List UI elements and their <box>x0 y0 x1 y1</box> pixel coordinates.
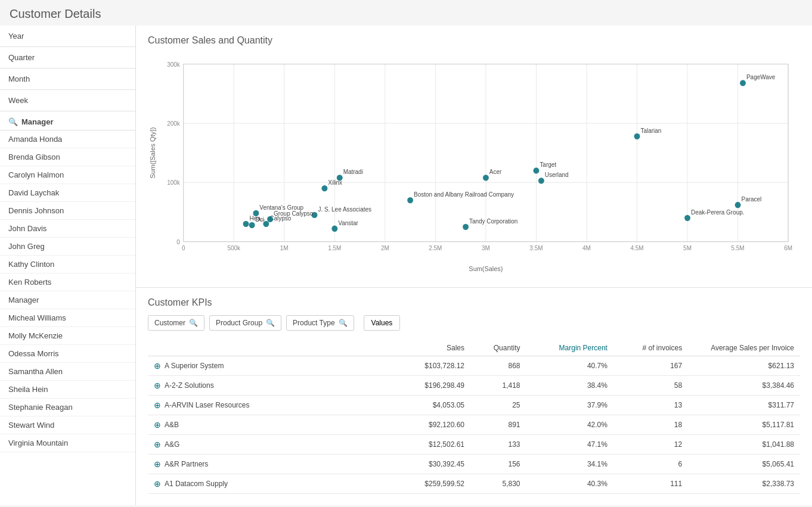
expand-icon[interactable]: ⊕ <box>154 361 161 371</box>
manager-item[interactable]: John Davis <box>0 220 135 238</box>
data-point <box>533 167 539 173</box>
table-row[interactable]: ⊕ A&B $92,120.60 891 42.0% 18 $5,117.81 <box>148 415 800 435</box>
row-sales: $12,502.61 <box>396 435 470 455</box>
filter-product-group[interactable]: Product Group 🔍 <box>209 315 281 331</box>
manager-item[interactable]: Samantha Allen <box>0 363 135 381</box>
manager-item[interactable]: Kathy Clinton <box>0 256 135 273</box>
manager-item[interactable]: Brenda Gibson <box>0 148 135 166</box>
row-sales: $259,599.52 <box>396 474 470 494</box>
svg-text:1M: 1M <box>280 245 289 251</box>
kpi-title: Customer KPIs <box>148 297 800 308</box>
table-row[interactable]: ⊕ A-2-Z Solutions $196,298.49 1,418 38.4… <box>148 376 800 396</box>
svg-text:Tandy Corporation: Tandy Corporation <box>469 217 517 224</box>
values-button[interactable]: Values <box>364 315 401 331</box>
data-point <box>538 178 544 183</box>
manager-item[interactable]: Sheila Hein <box>0 381 135 399</box>
row-avg-sales: $311.77 <box>688 396 800 415</box>
col-avg-sales: Average Sales per Invoice <box>688 340 800 356</box>
svg-text:5.5M: 5.5M <box>732 245 745 251</box>
svg-text:PageWave: PageWave <box>746 74 776 80</box>
manager-item[interactable]: Dennis Johnson <box>0 202 135 220</box>
expand-icon[interactable]: ⊕ <box>154 400 161 410</box>
kpi-table: Sales Quantity Margin Percent # of invoi… <box>148 340 800 494</box>
product-type-search-icon: 🔍 <box>339 319 348 327</box>
expand-icon[interactable]: ⊕ <box>154 440 161 449</box>
manager-item[interactable]: Odessa Morris <box>0 345 135 363</box>
svg-text:4.5M: 4.5M <box>630 245 643 251</box>
manager-item[interactable]: Virginia Mountain <box>0 434 135 452</box>
data-point <box>735 202 741 208</box>
table-row[interactable]: ⊕ A&G $12,502.61 133 47.1% 12 $1,041.88 <box>148 435 800 455</box>
row-sales: $103,728.12 <box>396 356 470 376</box>
expand-icon[interactable]: ⊕ <box>154 420 161 430</box>
svg-text:0: 0 <box>176 239 180 245</box>
row-margin: 40.3% <box>526 474 613 494</box>
chart-title: Customer Sales and Quantity <box>148 35 800 46</box>
expand-icon[interactable]: ⊕ <box>154 381 161 390</box>
data-point <box>684 215 690 221</box>
row-name: ⊕ A1 Datacom Supply <box>148 474 396 494</box>
row-sales: $30,392.45 <box>396 455 470 474</box>
svg-text:Deak-Perera Group.: Deak-Perera Group. <box>691 209 745 216</box>
manager-section: 🔍 Manager <box>0 111 135 130</box>
svg-text:Paracel: Paracel <box>742 196 762 203</box>
customer-name: A Superior System <box>165 362 224 370</box>
row-quantity: 868 <box>470 356 526 376</box>
manager-list[interactable]: Amanda HondaBrenda GibsonCarolyn HalmonD… <box>0 130 135 505</box>
manager-item[interactable]: Stephanie Reagan <box>0 399 135 416</box>
data-point <box>331 226 337 232</box>
manager-item[interactable]: Molly McKenzie <box>0 327 135 345</box>
table-row[interactable]: ⊕ A&R Partners $30,392.45 156 34.1% 6 $5… <box>148 455 800 474</box>
svg-text:J. S. Lee Associates: J. S. Lee Associates <box>318 206 371 213</box>
manager-item[interactable]: Amanda Honda <box>0 130 135 148</box>
filter-week[interactable]: Week <box>0 90 135 111</box>
row-invoices: 13 <box>613 396 688 415</box>
manager-item[interactable]: David Laychak <box>0 184 135 202</box>
filter-product-type[interactable]: Product Type 🔍 <box>286 315 354 331</box>
manager-item[interactable]: Manager <box>0 291 135 309</box>
row-quantity: 25 <box>470 396 526 415</box>
expand-icon[interactable]: ⊕ <box>154 479 161 489</box>
filter-month[interactable]: Month <box>0 69 135 90</box>
manager-item[interactable]: Carolyn Halmon <box>0 166 135 184</box>
svg-text:100k: 100k <box>167 179 180 186</box>
col-invoices: # of invoices <box>613 340 688 356</box>
chart-section: Customer Sales and Quantity 0500k1M1.5M2… <box>136 26 812 288</box>
manager-item[interactable]: Stewart Wind <box>0 416 135 434</box>
data-point <box>483 175 489 181</box>
row-avg-sales: $1,041.88 <box>688 435 800 455</box>
data-point <box>243 221 249 227</box>
table-row[interactable]: ⊕ A-ARVIN Laser Resources $4,053.05 25 3… <box>148 396 800 415</box>
svg-text:3M: 3M <box>482 245 490 251</box>
expand-icon[interactable]: ⊕ <box>154 459 161 469</box>
manager-item[interactable]: John Greg <box>0 238 135 256</box>
svg-text:Talarian: Talarian <box>640 127 661 133</box>
svg-text:4M: 4M <box>582 245 591 251</box>
row-name: ⊕ A-ARVIN Laser Resources <box>148 396 396 415</box>
svg-text:Acer: Acer <box>489 169 502 175</box>
row-sales: $4,053.05 <box>396 396 470 415</box>
table-row[interactable]: ⊕ A1 Datacom Supply $259,599.52 5,830 40… <box>148 474 800 494</box>
customer-name: A-ARVIN Laser Resources <box>165 401 250 409</box>
row-avg-sales: $3,384.46 <box>688 376 800 396</box>
col-name <box>148 340 396 356</box>
manager-item[interactable]: Micheal Williams <box>0 309 135 327</box>
row-invoices: 6 <box>613 455 688 474</box>
filter-customer[interactable]: Customer 🔍 <box>148 315 204 331</box>
row-name: ⊕ A-2-Z Solutions <box>148 376 396 396</box>
row-invoices: 58 <box>613 376 688 396</box>
svg-text:2.5M: 2.5M <box>429 245 442 251</box>
customer-name: A-2-Z Solutions <box>165 381 214 390</box>
row-quantity: 5,830 <box>470 474 526 494</box>
product-type-filter-label: Product Type <box>293 319 335 327</box>
svg-text:Boston and Albany Railroad Com: Boston and Albany Railroad Company <box>414 191 515 198</box>
row-margin: 42.0% <box>526 415 613 435</box>
manager-item[interactable]: Ken Roberts <box>0 273 135 291</box>
table-row[interactable]: ⊕ A Superior System $103,728.12 868 40.7… <box>148 356 800 376</box>
filter-year[interactable]: Year <box>0 26 135 47</box>
row-name: ⊕ A Superior System <box>148 356 396 376</box>
customer-name: A&R Partners <box>165 460 208 468</box>
filter-quarter[interactable]: Quarter <box>0 47 135 69</box>
data-point <box>634 133 640 139</box>
data-point <box>463 224 469 230</box>
